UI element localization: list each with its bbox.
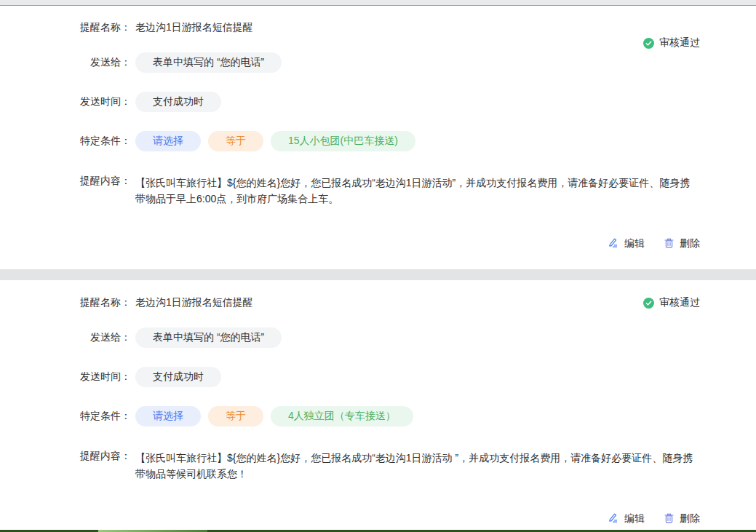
condition-select-tag[interactable]: 请选择 <box>135 406 201 426</box>
check-circle-icon <box>643 298 654 309</box>
content-text: 【张氏叫车旅行社】${您的姓名}您好，您已报名成功“老边沟1日游活动 ”，并成功… <box>135 450 694 482</box>
edit-button[interactable]: 编辑 <box>608 237 645 251</box>
condition-value-tag[interactable]: 15人小包团(中巴车接送) <box>271 131 415 151</box>
sms-reminder-card: 审核通过 提醒名称： 老边沟1日游报名短信提醒 发送给： 表单中填写的 “您的电… <box>0 20 756 252</box>
condition-select-tag[interactable]: 请选择 <box>135 131 201 151</box>
send-time-tag: 支付成功时 <box>135 92 221 112</box>
delete-button[interactable]: 删除 <box>664 237 700 251</box>
condition-operator-tag[interactable]: 等于 <box>208 406 263 426</box>
send-time-label: 发送时间： <box>0 370 131 384</box>
edit-label: 编辑 <box>624 512 645 525</box>
sms-reminder-card: 审核通过 提醒名称： 老边沟1日游报名短信提醒 发送给： 表单中填写的 “您的电… <box>0 280 756 527</box>
content-label: 提醒内容： <box>0 175 131 188</box>
edit-button[interactable]: 编辑 <box>608 512 645 526</box>
content-text: 【张氏叫车旅行社】${您的姓名}您好，您已报名成功“老边沟1日游活动”，并成功支… <box>135 175 694 207</box>
reminder-name-label: 提醒名称： <box>0 21 131 34</box>
delete-button[interactable]: 删除 <box>664 512 700 526</box>
send-to-tag: 表单中填写的 “您的电话” <box>135 327 282 348</box>
delete-label: 删除 <box>680 237 700 250</box>
content-label: 提醒内容： <box>0 450 131 463</box>
status-label: 审核通过 <box>659 296 700 309</box>
send-time-tag: 支付成功时 <box>135 367 221 387</box>
status-label: 审核通过 <box>659 36 700 49</box>
condition-operator-tag[interactable]: 等于 <box>208 131 263 151</box>
status-badge: 审核通过 <box>643 296 700 309</box>
status-badge: 审核通过 <box>643 36 700 49</box>
condition-value-tag[interactable]: 4人独立团（专车接送） <box>271 406 413 426</box>
send-time-label: 发送时间： <box>0 95 131 108</box>
reminder-name-value: 老边沟1日游报名短信提醒 <box>135 296 253 309</box>
reminder-name-value: 老边沟1日游报名短信提醒 <box>135 21 253 34</box>
edit-label: 编辑 <box>624 237 645 250</box>
card-separator <box>0 269 756 280</box>
send-to-label: 发送给： <box>0 331 131 344</box>
trash-icon <box>664 237 675 251</box>
edit-pencil-icon <box>608 512 619 526</box>
check-circle-icon <box>643 38 654 49</box>
trash-icon <box>664 512 675 526</box>
reminder-name-label: 提醒名称： <box>0 296 131 309</box>
condition-label: 特定条件： <box>0 135 131 148</box>
edit-pencil-icon <box>608 237 619 251</box>
send-to-label: 发送给： <box>0 56 131 69</box>
top-divider-strip <box>0 0 756 6</box>
condition-label: 特定条件： <box>0 410 131 423</box>
delete-label: 删除 <box>680 512 700 525</box>
send-to-tag: 表单中填写的 “您的电话” <box>135 52 282 73</box>
